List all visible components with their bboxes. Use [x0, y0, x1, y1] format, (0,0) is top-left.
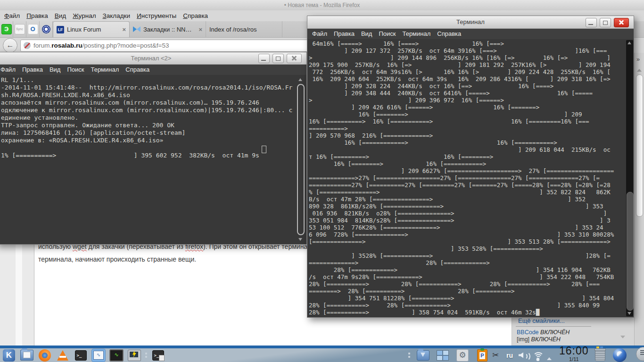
xterm-button[interactable] [127, 349, 141, 362]
scroll-thumb[interactable] [636, 74, 643, 217]
trash-tray[interactable] [595, 349, 605, 362]
maximize-button[interactable] [600, 18, 611, 27]
tmenu-search[interactable]: Поиск [64, 65, 87, 75]
rosa-sphere-icon [613, 348, 627, 362]
menu-bookmarks[interactable]: Закладки [99, 10, 133, 21]
firefox-icon [39, 349, 51, 362]
clock[interactable]: 16:00 1/11 [559, 347, 589, 360]
panel-menu-button[interactable] [636, 347, 644, 361]
target-icon [42, 25, 50, 33]
tmenu-view[interactable]: Вид [46, 65, 64, 75]
tmenu-edit[interactable]: Правка [19, 65, 46, 75]
menu-history[interactable]: Журнал [69, 10, 99, 21]
tab-linux-forum[interactable]: LF Linux Forum × [53, 21, 130, 37]
window-title: Терминал [456, 18, 485, 25]
tmenu-file[interactable]: Файл [0, 65, 19, 75]
overflow-chevron-icon[interactable]: » [636, 56, 640, 63]
close-button[interactable] [287, 54, 302, 63]
menu-edit[interactable]: Правка [23, 10, 51, 21]
speaker-icon [519, 351, 529, 360]
pinned-tab-o[interactable]: O [26, 21, 40, 37]
terminal-file-button[interactable]: >_ [151, 349, 165, 362]
scroll-up-icon[interactable] [627, 41, 631, 44]
post-text-line2[interactable]: терминала, начинают происходить странные… [38, 255, 196, 263]
terminal-output[interactable]: RL 1/1... -2014-11-01 15:41:48-- http://… [0, 75, 306, 244]
scroll-up-icon[interactable] [298, 78, 302, 81]
tab-close-icon[interactable]: × [122, 26, 126, 33]
scroll-down-icon[interactable] [627, 312, 631, 315]
tab-close-icon[interactable]: × [198, 26, 202, 33]
maximize-button[interactable] [272, 54, 284, 63]
tmenu-file[interactable]: Файл [309, 29, 330, 39]
download-manager-tray[interactable] [417, 349, 429, 362]
menu-tools[interactable]: Инструменты [133, 10, 180, 21]
img-status: [img] ВКЛЮЧЁН [517, 336, 561, 343]
trash-icon [595, 349, 605, 361]
more-smilies-link[interactable]: Ещё смайлики... [518, 317, 565, 324]
terminal2-titlebar[interactable]: Терминал <2> [0, 52, 306, 65]
tmenu-help[interactable]: Справка [434, 29, 464, 39]
desktop-pager[interactable] [437, 349, 449, 362]
updates-tray[interactable]: ⚙ [456, 349, 469, 362]
scroll-up-icon[interactable] [637, 69, 642, 72]
minimize-button[interactable] [258, 54, 270, 63]
scroll-thumb[interactable] [627, 192, 634, 311]
wifi-icon [534, 352, 543, 359]
menu-help[interactable]: Справка [180, 10, 211, 21]
menu-view[interactable]: Вид [51, 10, 69, 21]
tmenu-edit[interactable]: Правка [330, 29, 358, 39]
volume-tray[interactable] [519, 349, 529, 362]
firefox-button[interactable] [38, 349, 52, 362]
terminal-icon: >_ [75, 350, 87, 361]
tab-nnm-club[interactable]: Закладки :: NNM-Club × [130, 21, 206, 37]
keyboard-layout-indicator[interactable]: ru [506, 349, 513, 362]
bbcode-status: BBCode ВКЛЮЧЁН [517, 329, 570, 336]
terminal1-titlebar[interactable]: Терминал [307, 16, 634, 29]
browser-scrollbar[interactable]: » [634, 53, 644, 346]
menu-file[interactable]: Файл [1, 10, 23, 21]
blocked-page-icon[interactable] [24, 42, 31, 49]
terminal-scrollbar[interactable] [297, 78, 304, 241]
kmenu-button[interactable]: K [2, 349, 16, 362]
o-icon: O [28, 24, 38, 34]
terminal-scrollbar[interactable] [626, 40, 633, 316]
tmenu-terminal[interactable]: Терминал [87, 65, 122, 75]
terminal-output[interactable]: 64m16% [=====> 16% [====> 16% [===> ] 20… [307, 39, 634, 317]
close-button[interactable] [614, 18, 629, 27]
pinned-tab-sync[interactable]: Sync [13, 21, 26, 37]
tmenu-help[interactable]: Справка [122, 65, 153, 75]
tmenu-view[interactable]: Вид [358, 29, 376, 39]
sidebar-caret-icon [620, 336, 625, 338]
clipboard-manager-tray[interactable]: P [477, 349, 487, 362]
terminal-menubar: Файл Правка Вид Поиск Терминал Справка [307, 29, 634, 39]
taskbar: K >_ ∿ ∿ >_ ⚙ P ✂ ru 16:00 1/11 [0, 346, 644, 362]
tmenu-search[interactable]: Поиск [375, 29, 399, 39]
file-manager-icon [20, 350, 33, 361]
pinned-tab-elements[interactable]: Э [0, 21, 13, 37]
clock-time: 16:00 [559, 346, 589, 356]
back-button[interactable]: ← [3, 38, 17, 53]
pager-icon [437, 350, 449, 361]
vlc-cone-icon [57, 350, 68, 361]
system-monitor-button-active[interactable]: ∿ [91, 349, 106, 362]
tab-label: Linux Forum [67, 26, 119, 33]
clipboard-scissors-tray[interactable]: ✂ [492, 349, 499, 362]
tray-expander[interactable] [547, 352, 552, 362]
rosa-launcher[interactable] [613, 349, 627, 362]
network-tray[interactable] [534, 349, 543, 362]
tab-index-of-rosa[interactable]: Index of /rosa/ros [206, 21, 282, 37]
pinned-tab-target[interactable] [40, 21, 53, 37]
clipboard-icon: P [477, 349, 487, 362]
vlc-button[interactable] [56, 349, 70, 362]
file-manager-button[interactable] [20, 349, 34, 362]
terminal-launcher-button[interactable]: >_ [74, 349, 88, 362]
scroll-thumb[interactable] [297, 84, 305, 235]
terminal-window-1: Терминал Файл Правка Вид Поиск Терминал … [307, 16, 634, 318]
gears-icon: ⚙ [456, 349, 469, 362]
resource-graph-button[interactable]: ∿ [109, 349, 124, 362]
minimize-button[interactable] [586, 18, 597, 27]
menu-lines-icon [640, 350, 644, 351]
tmenu-terminal[interactable]: Терминал [399, 29, 434, 39]
terminal-window-2: Терминал <2> Файл Правка Вид Поиск Терми… [0, 52, 307, 245]
scroll-down-icon[interactable] [298, 238, 302, 241]
